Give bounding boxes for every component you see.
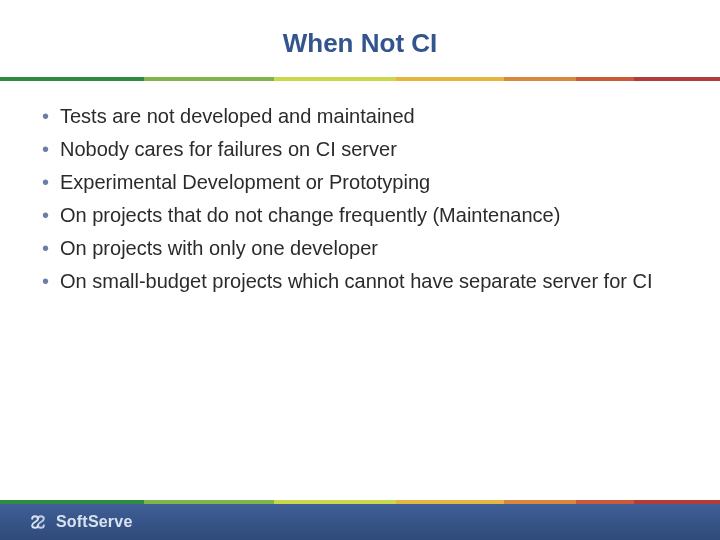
brand-name: SoftServe <box>56 513 133 531</box>
content-area: Tests are not developed and maintained N… <box>0 81 720 295</box>
list-item: On small-budget projects which cannot ha… <box>40 268 680 295</box>
list-item: On projects that do not change frequentl… <box>40 202 680 229</box>
list-item: Tests are not developed and maintained <box>40 103 680 130</box>
list-item: Nobody cares for failures on CI server <box>40 136 680 163</box>
footer: SoftServe <box>0 500 720 540</box>
list-item: Experimental Development or Prototyping <box>40 169 680 196</box>
list-item: On projects with only one developer <box>40 235 680 262</box>
logo-icon <box>28 512 48 532</box>
footer-bar: SoftServe <box>0 504 720 540</box>
slide: When Not CI Tests are not developed and … <box>0 0 720 540</box>
bullet-list: Tests are not developed and maintained N… <box>40 103 680 295</box>
slide-title: When Not CI <box>0 0 720 77</box>
